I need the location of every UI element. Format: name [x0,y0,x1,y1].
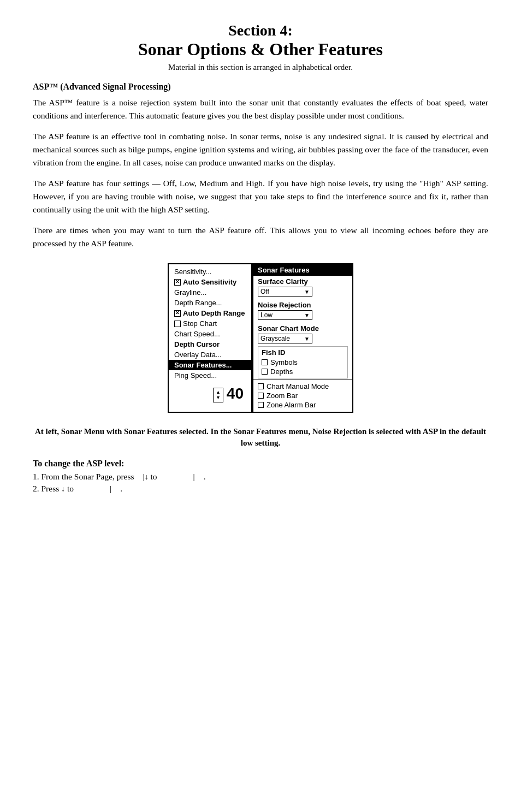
symbols-label: Symbols [270,358,298,366]
depths-label: Depths [270,368,293,376]
sonar-chart-mode-label: Sonar Chart Mode [253,323,352,333]
menu-item-auto-sensitivity[interactable]: Auto Sensitivity [169,277,251,287]
menu-item-chart-speed[interactable]: Chart Speed... [169,329,251,339]
chart-manual-mode-label: Chart Manual Mode [267,382,329,390]
subtitle: Material in this section is arranged in … [33,63,488,72]
menu-item-auto-depth-range[interactable]: Auto Depth Range [169,308,251,318]
symbols-row[interactable]: Symbols [262,358,344,367]
noise-rejection-label: Noise Rejection [253,299,352,310]
zoom-bar-label: Zoom Bar [267,392,298,400]
zoom-bar-checkbox[interactable] [258,393,264,399]
menu-item-sonar-features[interactable]: Sonar Features... [169,360,251,370]
surface-clarity-dropdown[interactable]: Off ▼ [253,286,352,297]
title-line2: Sonar Options & Other Features [33,39,488,60]
zoom-bar-row[interactable]: Zoom Bar [258,391,348,400]
instruction-step-2: 2. Press ↓ to | . [33,484,488,494]
step-2-number: 2. Press ↓ to [33,484,74,494]
depth-number: 40 [227,385,244,402]
paragraph-4: There are times when you may want to tur… [33,224,488,250]
zone-alarm-bar-checkbox[interactable] [258,402,264,408]
noise-rejection-arrow: ▼ [304,312,310,318]
title-line1: Section 4: [33,22,488,39]
sonar-left-menu: Sensitivity... Auto Sensitivity Grayline… [168,263,252,413]
stop-chart-checkbox[interactable] [174,321,181,327]
bottom-checkboxes: Chart Manual Mode Zoom Bar Zone Alarm Ba… [253,380,352,412]
menu-item-depth-range[interactable]: Depth Range... [169,298,251,308]
image-caption: At left, Sonar Menu with Sonar Features … [33,426,488,449]
paragraph-3: The ASP feature has four settings — Off,… [33,177,488,216]
instruction-heading: To change the ASP level: [33,459,488,469]
depths-row[interactable]: Depths [262,367,344,376]
menu-item-ping-speed[interactable]: Ping Speed... [169,370,251,381]
surface-clarity-label: Surface Clarity [253,276,352,286]
auto-sensitivity-checkbox[interactable] [174,279,181,286]
paragraph-1: The ASP™ feature is a noise rejection sy… [33,96,488,122]
menus-container: Sensitivity... Auto Sensitivity Grayline… [168,263,353,413]
menu-item-depth-cursor[interactable]: Depth Cursor [169,339,251,349]
symbols-checkbox[interactable] [262,359,268,365]
chart-manual-mode-row[interactable]: Chart Manual Mode [258,382,348,391]
menu-item-stop-chart[interactable]: Stop Chart [169,318,251,329]
depths-checkbox[interactable] [262,369,268,375]
fish-id-label: Fish ID [262,348,344,357]
zone-alarm-bar-row[interactable]: Zone Alarm Bar [258,400,348,410]
surface-clarity-value[interactable]: Off ▼ [258,287,312,297]
instruction-step-1: 1. From the Sonar Page, press |↓ to | . [33,472,488,482]
auto-depth-range-checkbox[interactable] [174,310,181,317]
step-1-number: 1. From the Sonar Page, press [33,472,134,482]
chart-manual-mode-checkbox[interactable] [258,383,264,389]
paragraph-2: The ASP feature is an effective tool in … [33,130,488,169]
sonar-chart-mode-arrow: ▼ [304,336,310,342]
sonar-chart-mode-dropdown[interactable]: Grayscale ▼ [253,333,352,344]
noise-rejection-dropdown[interactable]: Low ▼ [253,310,352,321]
surface-clarity-arrow: ▼ [304,289,310,295]
menu-item-sensitivity[interactable]: Sensitivity... [169,266,251,277]
zone-alarm-bar-label: Zone Alarm Bar [267,401,316,409]
menu-item-overlay-data[interactable]: Overlay Data... [169,349,251,360]
menu-item-grayline[interactable]: Grayline... [169,287,251,298]
right-menu-header: Sonar Features [253,264,352,276]
noise-rejection-value[interactable]: Low ▼ [258,310,312,320]
sonar-features-menu: Sonar Features Surface Clarity Off ▼ Noi… [252,263,353,413]
page-title-block: Section 4: Sonar Options & Other Feature… [33,22,488,60]
asp-section-heading: ASP™ (Advanced Signal Processing) [33,82,488,92]
sonar-chart-mode-value[interactable]: Grayscale ▼ [258,334,312,343]
fish-id-section: Fish ID Symbols Depths [258,346,348,378]
